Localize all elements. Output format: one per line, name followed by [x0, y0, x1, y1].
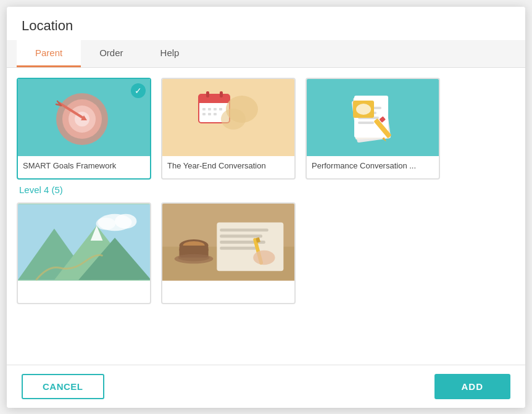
card-label-yearend: The Year-End Conversation — [162, 156, 294, 178]
card-label-level4b — [162, 281, 294, 303]
perf-icon — [336, 83, 410, 151]
svg-rect-14 — [208, 108, 211, 110]
cancel-button[interactable]: CANCEL — [22, 374, 104, 399]
card-smart[interactable]: ✓ SMART Goals Framework — [17, 78, 151, 180]
level4a-icon — [18, 204, 150, 281]
svg-rect-51 — [220, 228, 268, 231]
card-thumb-level4b — [162, 204, 294, 281]
svg-rect-19 — [214, 113, 217, 115]
dialog-footer: CANCEL ADD — [7, 365, 525, 408]
svg-point-49 — [175, 254, 214, 263]
cards-grid-level4 — [17, 202, 515, 304]
card-thumb-level4a — [18, 204, 150, 281]
yearend-icon — [191, 83, 265, 151]
smart-goals-icon — [50, 83, 118, 151]
svg-point-37 — [96, 217, 115, 230]
svg-rect-13 — [202, 108, 206, 110]
tab-help[interactable]: Help — [142, 40, 198, 67]
level4b-icon — [162, 204, 294, 281]
svg-point-36 — [115, 213, 136, 228]
dialog-title: Location — [22, 18, 73, 33]
card-thumb-yearend — [162, 79, 294, 156]
card-label-perf: Performance Conversation ... — [307, 156, 439, 178]
svg-point-21 — [221, 109, 246, 130]
svg-rect-12 — [220, 91, 223, 97]
svg-point-57 — [253, 250, 275, 265]
card-label-level4a — [18, 281, 150, 303]
svg-rect-54 — [220, 246, 256, 249]
svg-rect-11 — [206, 91, 209, 97]
svg-rect-16 — [219, 108, 222, 110]
check-badge-smart: ✓ — [131, 83, 146, 98]
svg-rect-18 — [208, 113, 211, 115]
card-level4a[interactable] — [17, 202, 151, 304]
cards-grid-top: ✓ SMART Goals Framework — [17, 78, 515, 180]
svg-rect-17 — [202, 113, 206, 115]
section-level4-label: Level 4 (5) — [19, 184, 515, 195]
card-label-smart: SMART Goals Framework — [18, 156, 150, 178]
card-perf[interactable]: Performance Conversation ... — [305, 78, 440, 180]
tab-parent[interactable]: Parent — [17, 40, 81, 67]
location-dialog: Location Parent Order Help — [7, 7, 525, 408]
tab-order[interactable]: Order — [81, 40, 141, 67]
card-yearend[interactable]: The Year-End Conversation — [161, 78, 296, 180]
svg-point-30 — [356, 104, 371, 115]
svg-rect-28 — [358, 122, 374, 124]
dialog-header: Location — [7, 7, 525, 40]
add-button[interactable]: ADD — [434, 374, 511, 399]
svg-rect-52 — [220, 234, 262, 238]
card-level4b[interactable] — [161, 202, 296, 304]
card-thumb-perf — [307, 79, 439, 156]
svg-rect-10 — [199, 99, 230, 103]
tabs-bar: Parent Order Help — [7, 40, 525, 68]
content-area: ✓ SMART Goals Framework — [7, 68, 525, 365]
svg-rect-15 — [214, 108, 217, 110]
card-thumb-smart — [18, 79, 150, 156]
